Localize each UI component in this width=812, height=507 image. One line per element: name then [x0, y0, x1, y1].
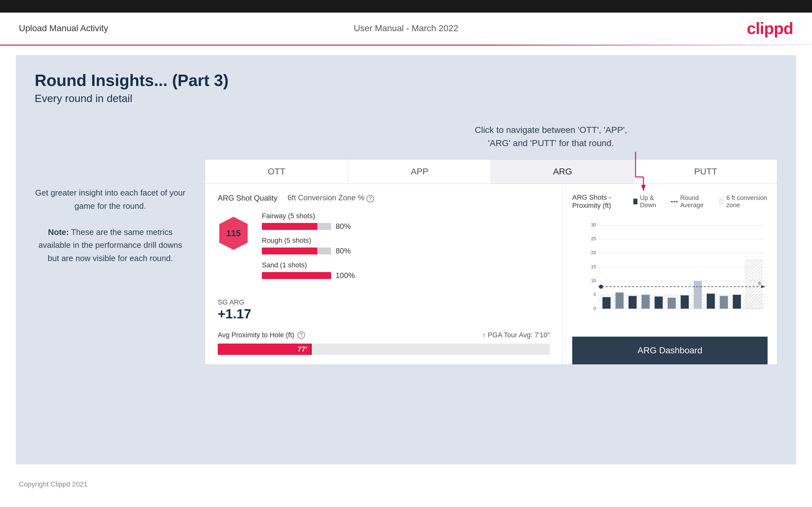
note-label: Note: [48, 227, 69, 237]
svg-rect-27 [680, 295, 689, 308]
tab-app[interactable]: APP [348, 160, 491, 184]
clippd-logo: clippd [747, 19, 793, 38]
proximity-header: Avg Proximity to Hole (ft) ? ↑ PGA Tour … [218, 331, 550, 339]
tab-arg[interactable]: ARG [491, 160, 634, 184]
svg-text:0: 0 [594, 306, 596, 311]
sg-value: +1.17 [218, 306, 550, 322]
hexagon-container: 115 Fairway (5 shots) [218, 212, 550, 286]
chart-area: 0 5 10 15 20 25 30 [572, 213, 768, 330]
proximity-help-icon[interactable]: ? [297, 331, 305, 339]
navigation-arrow [626, 152, 651, 193]
svg-text:10: 10 [591, 278, 596, 283]
svg-text:30: 30 [591, 222, 596, 227]
tab-ott[interactable]: OTT [205, 160, 348, 184]
page-subtitle: Every round in detail [35, 92, 777, 105]
footer: Copyright Clippd 2021 [0, 474, 812, 495]
legend-up-down: Up & Down [633, 194, 663, 209]
svg-text:5: 5 [594, 292, 596, 297]
page-title: Round Insights... (Part 3) [35, 71, 777, 90]
svg-rect-29 [707, 293, 715, 308]
proximity-section: Avg Proximity to Hole (ft) ? ↑ PGA Tour … [218, 331, 550, 355]
legend-square-dark [633, 199, 638, 204]
section-title: ARG Shot Quality [218, 194, 277, 203]
card-body: ARG Shot Quality 6ft Conversion Zone % ? [205, 184, 777, 364]
arg-chart: 0 5 10 15 20 25 30 [588, 213, 768, 320]
bar-row-sand: Sand (1 shots) 100% [262, 261, 550, 280]
chart-title: ARG Shots - Proximity (ft) [572, 193, 633, 210]
shot-quality: Fairway (5 shots) 80% [262, 212, 550, 286]
sg-label: SG ARG [218, 298, 550, 306]
description-text: Get greater insight into each facet of y… [35, 186, 186, 265]
legend-6ft-zone: 6 ft conversion zone [719, 194, 768, 209]
tab-putt[interactable]: PUTT [634, 160, 777, 184]
hex-score-value: 115 [226, 228, 241, 238]
proximity-bar-fill: 77' [218, 344, 311, 355]
right-panel: Click to navigate between 'OTT', 'APP','… [205, 123, 777, 365]
chart-header: ARG Shots - Proximity (ft) Up & Down Rou… [572, 193, 768, 210]
svg-point-34 [599, 285, 603, 289]
help-icon[interactable]: ? [366, 195, 374, 203]
copyright-text: Copyright Clippd 2021 [19, 480, 88, 488]
svg-marker-35 [761, 285, 765, 288]
svg-rect-31 [733, 295, 741, 308]
legend-round-avg-label: Round Average [680, 194, 712, 209]
svg-rect-21 [603, 297, 611, 308]
upload-activity-label: Upload Manual Activity [19, 23, 108, 34]
section-sub: 6ft Conversion Zone % ? [287, 193, 374, 203]
top-bar [0, 0, 812, 13]
legend-hatch-box [719, 199, 724, 204]
card: OTT APP ARG PUTT ARG Shot Quality 6ft Co… [205, 159, 777, 365]
svg-rect-25 [654, 297, 663, 309]
legend-round-avg: Round Average [671, 194, 712, 209]
proximity-title: Avg Proximity to Hole (ft) ? [218, 331, 305, 339]
hexagon-score: 115 [218, 215, 249, 251]
bar-label-sand: Sand (1 shots) [262, 261, 550, 269]
nav-hint: Click to navigate between 'OTT', 'APP','… [324, 123, 777, 150]
left-panel: Get greater insight into each facet of y… [35, 123, 186, 265]
bar-row-rough: Rough (5 shots) 80% [262, 236, 550, 256]
legend-6ft-label: 6 ft conversion zone [726, 194, 768, 209]
bar-row-fairway: Fairway (5 shots) 80% [262, 212, 550, 231]
proximity-bar: 77' [218, 344, 550, 355]
legend-dashed-line [671, 201, 678, 202]
header: Upload Manual Activity User Manual - Mar… [0, 13, 812, 45]
header-accent [0, 45, 812, 46]
nav-hint-text: Click to navigate between 'OTT', 'APP','… [475, 125, 627, 148]
proximity-cursor [311, 344, 312, 355]
header-center-text: User Manual - March 2022 [354, 23, 458, 34]
svg-rect-26 [668, 297, 676, 308]
bar-label-rough: Rough (5 shots) [262, 236, 550, 245]
svg-rect-22 [615, 292, 623, 308]
bar-pct-rough: 80% [336, 246, 351, 256]
card-left: ARG Shot Quality 6ft Conversion Zone % ? [205, 184, 563, 364]
chart-legend: Up & Down Round Average 6 ft conversion … [633, 194, 768, 209]
svg-rect-30 [720, 296, 728, 308]
sg-section: SG ARG +1.17 [218, 298, 550, 322]
svg-rect-23 [628, 296, 637, 308]
svg-rect-24 [642, 295, 650, 308]
legend-up-down-label: Up & Down [640, 194, 663, 209]
card-right: ARG Shots - Proximity (ft) Up & Down Rou… [563, 184, 777, 364]
pga-avg: ↑ PGA Tour Avg: 7'10" [483, 331, 550, 339]
bar-pct-sand: 100% [336, 271, 355, 280]
svg-text:20: 20 [591, 250, 596, 255]
tab-navigation: OTT APP ARG PUTT [205, 160, 777, 184]
svg-text:8: 8 [758, 281, 761, 286]
svg-rect-28 [694, 281, 702, 308]
bar-pct-fairway: 80% [336, 222, 351, 231]
main-content: Round Insights... (Part 3) Every round i… [16, 55, 796, 464]
section-header: ARG Shot Quality 6ft Conversion Zone % ? [218, 193, 550, 203]
svg-marker-3 [641, 185, 646, 191]
arg-dashboard-button[interactable]: ARG Dashboard [572, 337, 768, 364]
svg-text:15: 15 [591, 264, 596, 269]
svg-text:25: 25 [591, 236, 596, 241]
bar-label-fairway: Fairway (5 shots) [262, 212, 550, 220]
